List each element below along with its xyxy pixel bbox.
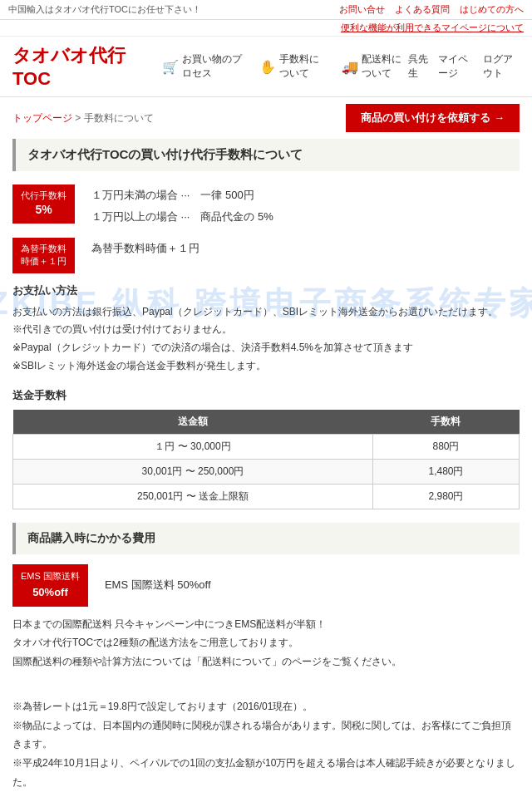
truck-icon: 🚚 — [342, 59, 358, 75]
fee-table-header-1: 手数料 — [372, 410, 519, 435]
ems-note-5: ※為替レートは1元＝19.8円で設定しております（2016/01現在）。 — [12, 697, 520, 716]
ems-note-4 — [12, 678, 520, 697]
fee-row-1: 代行手数料 5% １万円未満の場合 ··· 一律 500円 １万円以上の場合 ·… — [12, 184, 520, 228]
promo-section-title: 商品購入時にかかる費用 — [12, 523, 520, 554]
fee-badge-2-sub: 時価＋１円 — [21, 255, 66, 268]
contact-link[interactable]: お問い合せ — [339, 3, 385, 16]
table-row: 30,001円 〜 250,000円 1,480円 — [13, 460, 520, 485]
fee-desc-1-line1: １万円未満の場合 ··· 一律 500円 — [91, 184, 273, 206]
fee-row-2: 為替手数料 時価＋１円 為替手数料時価＋１円 — [12, 238, 520, 273]
table-cell: 1,480円 — [372, 460, 519, 485]
header: タオバオ代行TOC 🛒 お買い物のプロセス ✋ 手数料について 🚚 配送料につい… — [0, 37, 532, 97]
breadcrumb-separator: > — [75, 112, 81, 124]
ems-notes: 日本までの国際配送料 只今キャンペーン中につきEMS配送料が半額！ タオバオ代行… — [12, 615, 520, 792]
ems-note-6: ※物品によっては、日本国内の通関時に関税が課される場合があります。関税に関しては… — [12, 716, 520, 755]
main-content: タオバオ代行TOCの買い付け代行手数料について 代行手数料 5% １万円未満の場… — [0, 139, 532, 792]
nav-fee-label: 手数料について — [279, 52, 325, 81]
ems-badge: EMS 国際送料 50%off — [12, 564, 88, 606]
table-cell: 880円 — [372, 435, 519, 460]
cart-icon: 🛒 — [162, 59, 179, 75]
beginner-link[interactable]: はじめての方へ — [460, 3, 524, 16]
payment-line4: ※SBIレミット海外送金の場合送金手数料が発生します。 — [12, 357, 520, 376]
ems-badge-line1: EMS 国際送料 — [21, 569, 80, 584]
fee-badge-2-label: 為替手数料 — [21, 243, 66, 255]
nav-process-label: お買い物のプロセス — [182, 52, 243, 81]
top-bar-links: お問い合せ よくある質問 はじめての方へ — [339, 3, 524, 16]
ems-row: EMS 国際送料 50%off EMS 国際送料 50%off — [12, 564, 520, 606]
table-cell: 250,001円 〜 送金上限額 — [13, 485, 373, 509]
breadcrumb-home[interactable]: トップページ — [12, 112, 72, 124]
logo[interactable]: タオバオ代行TOC — [12, 43, 162, 90]
hand-icon: ✋ — [259, 59, 276, 75]
promo-section: 商品購入時にかかる費用 EMS 国際送料 50%off EMS 国際送料 50%… — [12, 523, 520, 792]
table-cell: １円 〜 30,000円 — [13, 435, 373, 460]
table-cell: 30,001円 〜 250,000円 — [13, 460, 373, 485]
fee-desc-1-line2: １万円以上の場合 ··· 商品代金の 5% — [91, 206, 273, 228]
nav-shipping[interactable]: 🚚 配送料について — [342, 52, 407, 81]
ems-desc: EMS 国際送料 50%off — [105, 578, 211, 593]
mypage-link-bar: 便利な機能が利用できるマイページについて — [0, 20, 532, 37]
faq-link[interactable]: よくある質問 — [395, 3, 450, 16]
shipping-title: 送金手数料 — [12, 388, 520, 403]
username: 呉先生 — [408, 52, 430, 81]
fee-badge-1: 代行手数料 5% — [12, 184, 75, 224]
top-bar: 中国輸入はタオバオ代行TOCにお任せ下さい！ お問い合せ よくある質問 はじめて… — [0, 0, 532, 20]
header-right: 呉先生 マイページ ログアウト — [408, 52, 520, 81]
fee-table-header-0: 送金額 — [13, 410, 373, 435]
main-section-title: タオバオ代行TOCの買い付け代行手数料について — [12, 139, 520, 171]
mypage-link-anchor[interactable]: 便利な機能が利用できるマイページについて — [341, 22, 524, 32]
table-cell: 2,980円 — [372, 485, 519, 509]
fee-badge-2: 為替手数料 時価＋１円 — [12, 238, 75, 273]
payment-line2: ※代引きでの買い付けは受け付けておりません。 — [12, 321, 520, 339]
fee-table: 送金額 手数料 １円 〜 30,000円 880円 30,001円 〜 250,… — [12, 410, 520, 509]
breadcrumb: トップページ > 手数料について — [12, 111, 154, 125]
nav-process[interactable]: 🛒 お買い物のプロセス — [162, 52, 243, 81]
payment-notes: お支払いの方法は銀行振込、Paypal（クレジットカード）、SBIレミット海外送… — [12, 303, 520, 375]
fee-badge-1-value: 5% — [21, 202, 66, 219]
logout-link[interactable]: ログアウト — [483, 52, 520, 81]
breadcrumb-current: 手数料について — [84, 112, 154, 124]
announcement: 中国輸入はタオバオ代行TOCにお任せ下さい！ — [8, 3, 201, 16]
breadcrumb-bar: トップページ > 手数料について 商品の買い付けを依頼する → — [0, 97, 532, 139]
nav-fee[interactable]: ✋ 手数料について — [259, 52, 325, 81]
payment-line3: ※Paypal（クレジットカード）での決済の場合は、決済手数料4.5%を加算させ… — [12, 339, 520, 357]
ems-note-1: 日本までの国際配送料 只今キャンペーン中につきEMS配送料が半額！ — [12, 615, 520, 634]
cta-button[interactable]: 商品の買い付けを依頼する → — [346, 104, 520, 132]
fee-badge-1-label: 代行手数料 — [21, 189, 66, 202]
payment-section: お支払い方法 お支払いの方法は銀行振込、Paypal（クレジットカード）、SBI… — [12, 283, 520, 375]
ems-note-3: 国際配送料の種類や計算方法については「配送料について」のページをご覧ください。 — [12, 652, 520, 671]
mypage-header-link[interactable]: マイページ — [438, 52, 475, 81]
ems-note-2: タオバオ代行TOCでは2種類の配送方法をご用意しております。 — [12, 633, 520, 652]
main-nav: 🛒 お買い物のプロセス ✋ 手数料について 🚚 配送料について — [162, 52, 408, 81]
payment-title: お支払い方法 — [12, 283, 520, 298]
ems-note-7: ※平成24年10月1日より、ペイパルでの1回の支払金額が10万円を超える場合は本… — [12, 754, 520, 792]
shipping-section: 送金手数料 送金額 手数料 １円 〜 30,000円 880円 30,001円 … — [12, 388, 520, 509]
fee-desc-2: 為替手数料時価＋１円 — [91, 238, 200, 259]
table-row: １円 〜 30,000円 880円 — [13, 435, 520, 460]
nav-shipping-label: 配送料について — [362, 52, 407, 81]
payment-line1: お支払いの方法は銀行振込、Paypal（クレジットカード）、SBIレミット海外送… — [12, 303, 520, 322]
table-row: 250,001円 〜 送金上限額 2,980円 — [13, 485, 520, 509]
ems-badge-line2: 50%off — [21, 584, 80, 602]
fee-desc-1: １万円未満の場合 ··· 一律 500円 １万円以上の場合 ··· 商品代金の … — [91, 184, 273, 228]
